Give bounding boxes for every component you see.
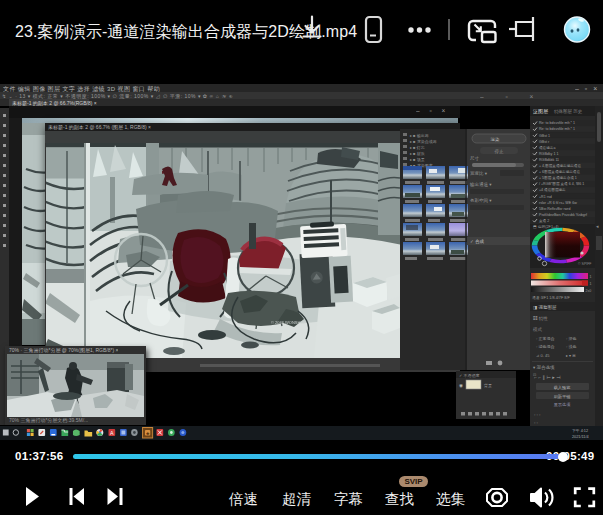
svg-text:下午 4:12: 下午 4:12 xyxy=(572,428,588,433)
svg-text:▸ ▾ ⊞: ▸ ▾ ⊞ xyxy=(566,353,576,358)
svg-text:Re: to bdsvsfile mfr.* 1: Re: to bdsvsfile mfr.* 1 xyxy=(539,128,575,132)
svg-text:2x0: 2x0 xyxy=(586,289,592,293)
svg-text:GBst 1: GBst 1 xyxy=(539,134,550,138)
svg-text:rslor +R 6 fil rs+ WE 6w: rslor +R 6 fil rs+ WE 6w xyxy=(539,201,577,205)
svg-text:5Bsr.ReflsvBsr rwrd: 5Bsr.ReflsvBsr rwrd xyxy=(539,207,571,211)
svg-text:尺寸: 尺寸 xyxy=(470,156,480,161)
svg-text:RGBdky 1 1: RGBdky 1 1 xyxy=(539,152,558,156)
svg-text:▾ 混合选项: ▾ 混合选项 xyxy=(533,364,555,370)
svg-text:显示选项: 显示选项 xyxy=(554,402,572,407)
svg-text:GBst r: GBst r xyxy=(539,140,550,144)
svg-text:▫ ▫ ▫: ▫ ▫ ▫ xyxy=(534,412,541,417)
svg-text:A: A xyxy=(110,430,114,436)
svg-text:1: 1 xyxy=(590,275,592,279)
svg-text:◦ 深色: ◦ 深色 xyxy=(566,336,577,341)
svg-text:刷新平铺: 刷新平铺 xyxy=(554,394,572,399)
svg-text:背景: 背景 xyxy=(484,383,492,388)
svg-text:© SPIFF: © SPIFF xyxy=(578,262,591,266)
svg-text:2021/11/4: 2021/11/4 xyxy=(572,435,589,439)
svg-text:✓ 合成: ✓ 合成 xyxy=(470,239,485,244)
svg-text:+ 4,图层直通输出输出通道: + 4,图层直通输出输出通道 xyxy=(539,163,581,168)
svg-text:◉: ◉ xyxy=(459,383,463,388)
svg-text:+4 通道图层输出: +4 通道图层输出 xyxy=(539,188,566,193)
svg-text:通道输出a: 通道输出a xyxy=(539,145,555,150)
svg-text:1: 1 xyxy=(590,282,592,286)
svg-text:⌐ ⌐ ∥ ⊢ ▸ ⊣: ⌐ ⌐ ∥ ⊢ ▸ ⊣ xyxy=(534,374,561,381)
svg-text:+R1 rsd: +R1 rsd xyxy=(539,195,552,199)
svg-text:+ 5图层:直通输出合成 1: + 5图层:直通输出合成 1 xyxy=(539,175,577,180)
svg-text:© 2046 WONSHEE: © 2046 WONSHEE xyxy=(271,320,306,325)
svg-text:/ +RGB*图层 直通 6 4, 放6 1: / +RGB*图层 直通 6 4, 放6 1 xyxy=(539,181,584,186)
svg-text:✓ 不透明度: ✓ 不透明度 xyxy=(459,373,479,378)
svg-text:渲染: 渲染 xyxy=(491,137,501,142)
svg-text:⊿ 0. 45: ⊿ 0. 45 xyxy=(536,353,550,358)
svg-text:通道:3/F1 1/8.4/7F 8/F: 通道:3/F1 1/8.4/7F 8/F xyxy=(532,295,570,300)
svg-text:宽度比 ▾: 宽度比 ▾ xyxy=(470,171,488,176)
svg-text:◂: ◂ xyxy=(596,223,599,229)
svg-text:RGBdkbk 11: RGBdkbk 11 xyxy=(539,158,559,162)
svg-text:▸ ■ 灯光: ▸ ■ 灯光 xyxy=(410,145,425,150)
svg-text:◦ 浅色: ◦ 浅色 xyxy=(566,344,577,349)
svg-text:模式: 模式 xyxy=(532,327,543,332)
svg-text:色彩空间 ▾: 色彩空间 ▾ xyxy=(470,198,492,204)
svg-text:◈: ◈ xyxy=(146,431,150,436)
svg-text:◨ 调整图层: ◨ 调整图层 xyxy=(533,304,557,310)
svg-text:泛图层: 泛图层 xyxy=(533,108,548,115)
svg-text:▫ ▫: ▫ ▫ xyxy=(534,420,539,425)
svg-text:Re: to bdsvsfile mfr.* 1: Re: to bdsvsfile mfr.* 1 xyxy=(539,121,575,125)
svg-text:特殊图层 历史: 特殊图层 历史 xyxy=(554,108,583,115)
svg-text:输出通道 ▾: 输出通道 ▾ xyxy=(469,181,492,188)
svg-text:直通 2: 直通 2 xyxy=(539,218,549,223)
svg-text:ProfilsbsrBws Prusvbk %sbgrf: ProfilsbsrBws Prusvbk %sbgrf xyxy=(539,213,587,217)
svg-text:+ 6图层直通输出输出通道: + 6图层直通输出输出通道 xyxy=(539,169,580,174)
